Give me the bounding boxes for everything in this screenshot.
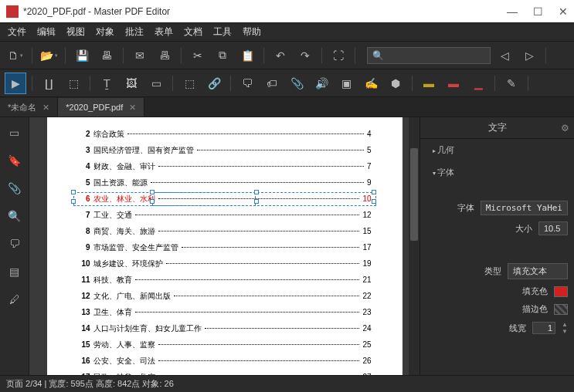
toc-row[interactable]: 3国民经济管理、国有资产监管5: [78, 145, 372, 156]
toc-row[interactable]: 7工业、交通12: [78, 210, 372, 221]
document-tab[interactable]: *2020_PDF.pdf✕: [58, 98, 144, 117]
toc-row[interactable]: 12文化、广电、新闻出版22: [78, 291, 372, 302]
font-section[interactable]: 字体: [425, 161, 574, 184]
toc-row[interactable]: 15劳动、人事、监察25: [78, 340, 372, 350]
menu-视图[interactable]: 视图: [66, 25, 85, 39]
status-text: 页面 2/34 | 宽度: 595点 高度: 842点 对象: 26: [6, 378, 174, 390]
select-tool[interactable]: ▶: [5, 73, 26, 94]
scan-button[interactable]: 🖷: [154, 45, 175, 66]
undo-button[interactable]: ↶: [270, 45, 291, 66]
open-button[interactable]: 📂: [38, 45, 59, 66]
toc-row[interactable]: 16公安、安全、司法26: [78, 356, 372, 367]
stroke-color-swatch[interactable]: [554, 304, 568, 315]
close-button[interactable]: ✕: [559, 5, 568, 18]
type-select[interactable]: 填充文本: [508, 263, 568, 279]
window-title: *2020_PDF.pdf - Master PDF Editor: [23, 6, 507, 17]
search-prev-button[interactable]: ◁: [494, 45, 515, 66]
search-panel-button[interactable]: 🔍: [4, 205, 25, 227]
menu-批注[interactable]: 批注: [125, 25, 144, 39]
initials-tool[interactable]: ⬢: [385, 73, 406, 94]
vertical-scrollbar[interactable]: [409, 117, 419, 392]
size-label: 大小: [515, 223, 532, 235]
panel-settings-icon[interactable]: ⚙: [561, 123, 569, 133]
fit-button[interactable]: ⛶: [328, 45, 349, 66]
menu-表单[interactable]: 表单: [155, 25, 173, 39]
email-button[interactable]: ✉: [129, 45, 151, 66]
toc-row[interactable]: 14人口与计划生育、妇女儿童工作24: [78, 323, 372, 334]
print-button[interactable]: 🖶: [96, 45, 117, 66]
pencil-tool[interactable]: ✎: [501, 73, 522, 94]
thumbnails-button[interactable]: ▭: [4, 122, 25, 144]
menu-编辑[interactable]: 编辑: [37, 25, 56, 39]
titlebar: *2020_PDF.pdf - Master PDF Editor — ☐ ✕: [0, 0, 574, 23]
type-label: 类型: [484, 265, 501, 277]
image-tool[interactable]: 🖼: [121, 73, 142, 94]
menu-文件[interactable]: 文件: [8, 25, 26, 39]
document-tabs: *未命名✕*2020_PDF.pdf✕: [0, 97, 574, 117]
copy-button[interactable]: ⧉: [212, 45, 233, 66]
panel-title: 文字: [488, 121, 507, 134]
toc-row[interactable]: 9市场监管、安全生产监管17: [78, 242, 372, 253]
stamp-tool[interactable]: 🏷: [261, 73, 283, 94]
stroke-label: 描边色: [522, 303, 548, 315]
font-select[interactable]: Microsoft YaHei: [481, 201, 568, 215]
text-tool[interactable]: Ṯ: [96, 73, 117, 94]
highlight-tool[interactable]: ▬: [418, 73, 440, 94]
fill-label: 填充色: [522, 286, 548, 297]
menu-对象[interactable]: 对象: [96, 25, 114, 39]
fill-color-swatch[interactable]: [554, 286, 568, 297]
geometry-section[interactable]: 几何: [425, 139, 574, 161]
stepper-icon[interactable]: ▲▼: [562, 321, 568, 335]
crop-tool[interactable]: ⬚: [178, 73, 200, 94]
size-input[interactable]: 10.5: [538, 221, 568, 235]
cut-button[interactable]: ✂: [187, 45, 209, 66]
properties-panel: 文字 ⚙ 几何 字体 字体 Microsoft YaHei 大小 10.5 类型…: [419, 117, 574, 392]
edit-object-tool[interactable]: ⬚: [63, 73, 84, 94]
video-tool[interactable]: ▣: [335, 73, 357, 94]
comments-button[interactable]: 🗩: [4, 233, 25, 255]
new-doc-button[interactable]: 🗋: [5, 45, 26, 66]
toc-row[interactable]: 13卫生、体育23: [78, 307, 372, 318]
sound-tool[interactable]: 🔊: [311, 73, 332, 94]
pdf-page[interactable]: 2综合政策43国民经济管理、国有资产监管54财政、金融、审计75国土资源、能源9…: [47, 117, 402, 392]
main-toolbar: 🗋 📂 💾 🖶 ✉ 🖷 ✂ ⧉ 📋 ↶ ↷ ⛶ 🔍 ◁ ▷: [0, 42, 574, 69]
toc-row[interactable]: 8商贸、海关、旅游15: [78, 226, 372, 237]
note-tool[interactable]: 🗨: [236, 73, 258, 94]
paste-button[interactable]: 📋: [236, 45, 258, 66]
search-next-button[interactable]: ▷: [518, 45, 540, 66]
edit-text-tool[interactable]: ∐: [38, 73, 59, 94]
signatures-button[interactable]: 🖊: [4, 289, 25, 310]
layers-button[interactable]: ▤: [4, 261, 25, 282]
font-label: 字体: [457, 202, 474, 214]
minimize-button[interactable]: —: [507, 5, 518, 18]
document-tab[interactable]: *未命名✕: [0, 98, 58, 117]
linewidth-input[interactable]: 1: [532, 322, 555, 334]
link-tool[interactable]: 🔗: [203, 73, 225, 94]
document-viewport[interactable]: 2综合政策43国民经济管理、国有资产监管54财政、金融、审计75国土资源、能源9…: [29, 117, 419, 392]
menu-bar: 文件编辑视图对象批注表单文档工具帮助: [0, 23, 574, 42]
tab-close-icon[interactable]: ✕: [129, 103, 136, 113]
toc-row[interactable]: 5国土资源、能源9: [78, 177, 372, 188]
save-button[interactable]: 💾: [71, 45, 93, 66]
sign-tool[interactable]: ✍: [360, 73, 382, 94]
toc-row[interactable]: 10城乡建设、环境保护19: [78, 259, 372, 269]
left-sidebar: ▭ 🔖 📎 🔍 🗩 ▤ 🖊: [0, 117, 29, 392]
maximize-button[interactable]: ☐: [533, 5, 543, 18]
menu-帮助[interactable]: 帮助: [243, 25, 261, 39]
linewidth-label: 线宽: [509, 323, 526, 334]
toc-row[interactable]: 6农业、林业、水利10: [78, 194, 372, 204]
tab-close-icon[interactable]: ✕: [42, 103, 49, 113]
toc-row[interactable]: 4财政、金融、审计7: [78, 161, 372, 172]
attachments-button[interactable]: 📎: [4, 177, 25, 199]
attach-tool[interactable]: 📎: [286, 73, 307, 94]
toc-row[interactable]: 2综合政策4: [78, 129, 372, 140]
search-input[interactable]: 🔍: [367, 47, 491, 64]
strikeout-tool[interactable]: ▬: [443, 73, 464, 94]
menu-工具[interactable]: 工具: [213, 25, 232, 39]
underline-tool[interactable]: ▁: [467, 73, 489, 94]
form-tool[interactable]: ▭: [145, 73, 167, 94]
menu-文档[interactable]: 文档: [184, 25, 202, 39]
toc-row[interactable]: 11科技、教育21: [78, 275, 372, 286]
bookmarks-button[interactable]: 🔖: [4, 150, 25, 171]
redo-button[interactable]: ↷: [294, 45, 316, 66]
